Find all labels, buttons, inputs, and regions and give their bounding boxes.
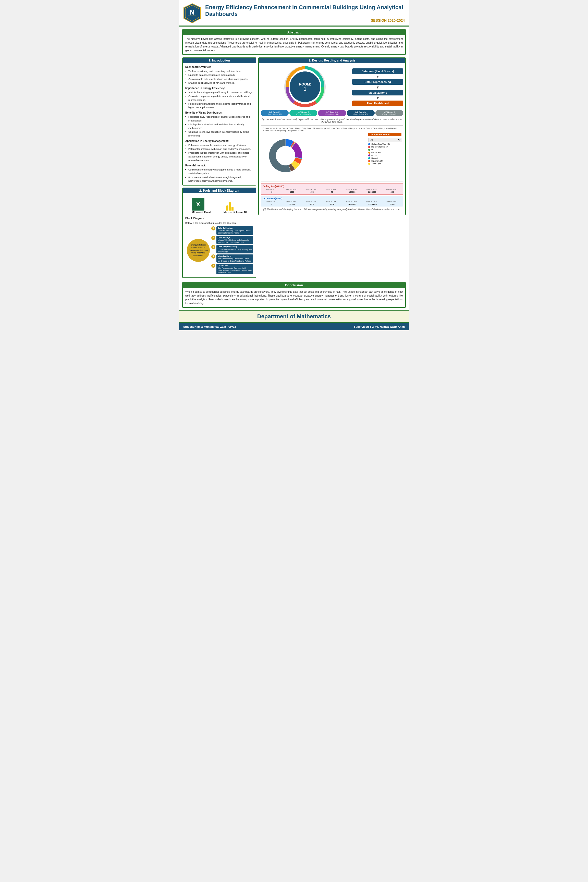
potential-impact-list: Could transform energy management into a… (188, 168, 253, 183)
data-col: Sum of Rati... 1950 (323, 201, 342, 206)
application-list: Enhances sustainable practices and energ… (188, 143, 253, 162)
main-columns: 1. Introduction Dashboard Overview: Tool… (182, 57, 406, 280)
benefits-list: Facilitates easy recognition of energy u… (188, 115, 253, 138)
component-filter-select[interactable]: All (368, 138, 402, 142)
abstract-title: Abstract (183, 30, 405, 35)
bd-step-5: 5 Dashboard After Preprocessing Dashboar… (212, 264, 253, 274)
data-col: Sum of Rati... 75 (323, 188, 342, 193)
bd-title: Block Diagram: (185, 216, 253, 220)
viz-main: Component Name All Ceiling Fan(WAHID)DC … (262, 133, 402, 180)
legend-item: Socket (368, 157, 402, 159)
bottom-bar: Student Name: Muhammad Zain Pervez Super… (179, 323, 409, 330)
tools-icons: X Microsoft Excel Microsoft Power BI (185, 195, 253, 215)
room-circle-container: ROOM: 1 (283, 65, 327, 108)
data-col: Sum of Pow... 1053000 (343, 201, 362, 206)
list-item: Facilitates easy recognition of energy u… (188, 115, 253, 123)
department-footer: Department of Mathematics (179, 310, 409, 323)
list-item: Customizable with visualizations like ch… (188, 77, 253, 81)
step-box-1: Data Collection Collected Electricity Co… (216, 226, 253, 235)
excel-tool: X Microsoft Excel (192, 198, 210, 214)
list-item: Tool for monitoring and presenting real-… (188, 69, 253, 73)
legend-item: Router (368, 154, 402, 156)
main-title: Energy Efficiency Enhancement in Commerc… (205, 4, 405, 18)
data-col: Sum of Tota... 3900 (303, 201, 321, 206)
bd-step-3: 3 Data Preprocessing Conversion of Data … (212, 245, 253, 254)
data-col: Sum of Pow ... 3900 (383, 201, 402, 206)
donut-area (262, 133, 366, 180)
header: N Energy Efficiency Enhancement in Comme… (179, 0, 409, 27)
powerbi-tool: Microsoft Power BI (224, 198, 247, 214)
right-column: 3. Design, Results, and Analysis (258, 57, 406, 280)
excel-label: Microsoft Excel (192, 210, 210, 214)
left-column: 1. Introduction Dashboard Overview: Tool… (182, 57, 256, 280)
bd-outer: Energy Efficiency Enhancement in Commerc… (185, 226, 253, 274)
iot-board-3: IoT Board 3 (Fans, Lights, AC) (318, 110, 346, 116)
potential-impact-heading: Potential Impact: (185, 164, 253, 167)
caption-a: (a) The workflow of the dashboard, begin… (261, 118, 403, 123)
data-tables: Ceiling Fan(WAHID) Sum of No. ... 6 Sum … (261, 183, 403, 207)
data-col: Sum of Pow... 108000 (343, 188, 362, 193)
list-item: Potential to integrate with smart grid a… (188, 147, 253, 151)
flow-arrow-1: ▼ (376, 75, 380, 79)
tools-section: 2. Tools and Block Diagram X Microsoft E… (182, 188, 256, 278)
data-col: Sum of No. ... 2 (262, 201, 281, 206)
department-name: Department of Mathematics (182, 313, 406, 320)
data-col: Sum of Pow... 3600 (283, 188, 302, 193)
poster: N Energy Efficiency Enhancement in Comme… (179, 0, 409, 330)
data-col: Sum of No. ... 6 (262, 188, 281, 193)
bd-subtitle: Below is the diagram that provides the b… (185, 221, 253, 225)
data-col: Sum of Tota... 450 (303, 188, 321, 193)
list-item: Vital for improving energy efficiency in… (188, 91, 253, 94)
data-col: Sum of Pow... 35100 (283, 201, 302, 206)
design-title: 3. Design, Results, and Analysis (259, 58, 405, 63)
caption-b: (b) The Dashboard displaying the sum of … (261, 208, 403, 210)
room-svg: ROOM: 1 (283, 65, 327, 108)
flow-steps: Database (Excel Sheets) ▼ Data Preproces… (352, 68, 403, 107)
flow-box-final: Final Dashboard (352, 100, 403, 106)
tools-content: X Microsoft Excel Microsoft Power BI (183, 193, 256, 278)
svg-text:1: 1 (304, 87, 306, 92)
legend-item: PC (368, 148, 402, 151)
tools-title: 2. Tools and Block Diagram (183, 188, 256, 193)
table-cols-2: Sum of No. ... 2 Sum of Pow... 35100 Sum… (262, 201, 402, 206)
header-text: Energy Efficiency Enhancement in Commerc… (205, 4, 405, 23)
list-item: Helps building managers and residents id… (188, 102, 253, 110)
session-label: SESSION 2020-2024 (205, 18, 405, 22)
iot-board-1: IoT Board 1 (Fans, Lights, AC) (261, 110, 289, 116)
svg-text:ROOM:: ROOM: (299, 82, 311, 86)
step-num-1: 1 (212, 226, 215, 231)
flow-box-viz: Visualizations (352, 90, 403, 96)
legend-item: Tube Light (368, 163, 402, 165)
iot-board-4: IoT Board 4 (Fans, Lights, AC) (347, 110, 375, 116)
data-col: Sum of Pow ... 450 (383, 188, 402, 193)
list-item: Converts complex energy data into unders… (188, 94, 253, 102)
legend-area: Component Name All Ceiling Fan(WAHID)DC … (368, 133, 402, 180)
step-box-4: Visualizations After Preprocessing Graph… (216, 255, 253, 263)
design-content: ROOM: 1 Database (Excel Sheets) ▼ Data P… (259, 63, 405, 214)
legend-title: Component Name (368, 133, 402, 136)
list-item: Can lead to effective reduction in energ… (188, 130, 253, 138)
data-col: Sum of Pow... 12636000 (363, 201, 381, 206)
legend-item: Ceiling Fan(WAHID) (368, 143, 402, 145)
conclusion-title: Conclusion (183, 282, 405, 288)
dashboard-overview-list: Tool for monitoring and presenting real-… (188, 69, 253, 85)
supervisor-name: Supervised By: Mr. Hamza Wazir Khan (354, 325, 405, 328)
legend-item: Square Light (368, 160, 402, 162)
introduction-section: 1. Introduction Dashboard Overview: Tool… (182, 57, 256, 186)
list-item: Promotes a sustainable future through in… (188, 176, 253, 183)
intro-content: Dashboard Overview: Tool for monitoring … (183, 63, 256, 185)
importance-list: Vital for improving energy efficiency in… (188, 91, 253, 109)
design-section: 3. Design, Results, and Analysis (258, 57, 406, 215)
data-col: Sum of Pow... 1296000 (363, 188, 381, 193)
table-row-title-1: Ceiling Fan(WAHID) (262, 185, 402, 188)
legend-items-container: Ceiling Fan(WAHID)DC Inverter(Haier)PCPr… (368, 143, 402, 165)
dashboard-viz: Sum of No. of Items, Sum of Power Usage … (261, 125, 403, 182)
dashboard-overview-heading: Dashboard Overview: (185, 65, 253, 69)
viz-header: Sum of No. of Items, Sum of Power Usage … (262, 127, 402, 132)
step-num-5: 5 (212, 264, 215, 268)
step-box-3: Data Preprocessing Conversion of Data in… (216, 245, 253, 254)
step-box-2: Data Storage Microsoft Excel is Used as … (216, 236, 253, 244)
flow-arrow-3: ▼ (376, 96, 380, 100)
bd-step-2: 2 Data Storage Microsoft Excel is Used a… (212, 236, 253, 244)
powerbi-icon (224, 198, 236, 210)
